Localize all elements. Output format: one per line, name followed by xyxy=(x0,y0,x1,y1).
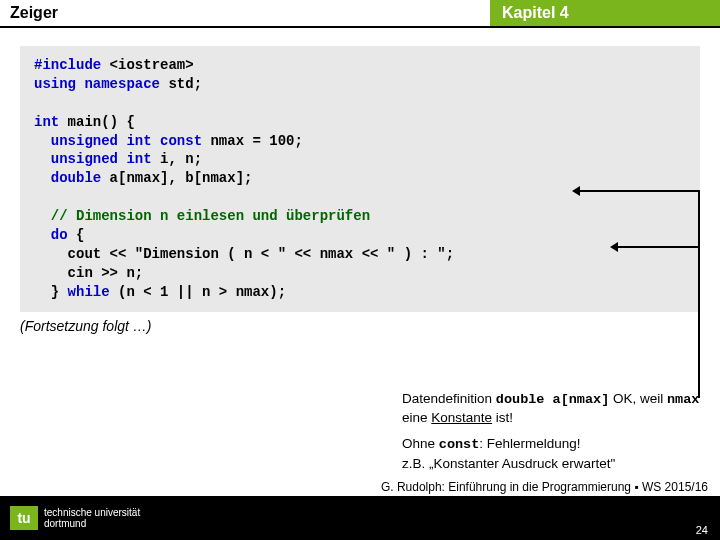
connector-line xyxy=(698,190,700,398)
t: nmax = 100; xyxy=(202,133,303,149)
logo-mark: tu xyxy=(10,506,38,530)
continuation-note: (Fortsetzung folgt …) xyxy=(20,318,700,334)
header-left: Zeiger xyxy=(0,0,490,26)
uni-line1: technische universität xyxy=(44,507,140,518)
kw: unsigned int xyxy=(34,151,152,167)
t: (n < 1 || n > nmax); xyxy=(110,284,286,300)
t: a[nmax], b[nmax]; xyxy=(101,170,252,186)
t: std; xyxy=(160,76,202,92)
underlined: Konstante xyxy=(431,410,492,425)
footer-bar: tu technische universität dortmund 24 xyxy=(0,496,720,540)
t: <iostream> xyxy=(101,57,193,73)
uni-line2: dortmund xyxy=(44,518,86,529)
annotation-box: Datendefinition double a[nmax] OK, weil … xyxy=(402,390,702,481)
credit-text: G. Rudolph: Einführung in die Programmie… xyxy=(381,480,708,494)
comment: // Dimension n einlesen und überprüfen xyxy=(34,208,370,224)
t: cout << "Dimension ( n < " << nmax << " … xyxy=(34,246,454,262)
t: : Fehlermeldung! xyxy=(479,436,580,451)
t: main() { xyxy=(59,114,135,130)
t: ist! xyxy=(492,410,513,425)
kw: #include xyxy=(34,57,101,73)
code-inline: nmax xyxy=(667,392,699,407)
t: } xyxy=(34,284,68,300)
kw: while xyxy=(68,284,110,300)
arrow-icon xyxy=(580,190,698,192)
t: i, n; xyxy=(152,151,202,167)
header-right: Kapitel 4 xyxy=(490,0,720,26)
t: { xyxy=(68,227,85,243)
header-bar: Zeiger Kapitel 4 xyxy=(0,0,720,28)
t: cin >> n; xyxy=(34,265,143,281)
kw: unsigned int const xyxy=(34,133,202,149)
t: eine xyxy=(402,410,431,425)
t: Ohne xyxy=(402,436,439,451)
note-2: Ohne const: Fehlermeldung! z.B. „Konstan… xyxy=(402,435,702,472)
code-inline: double a[nmax] xyxy=(496,392,609,407)
tu-logo: tu technische universität dortmund xyxy=(10,506,140,530)
note-1: Datendefinition double a[nmax] OK, weil … xyxy=(402,390,702,427)
t: z.B. „Konstanter Ausdruck erwartet" xyxy=(402,456,615,471)
kw: do xyxy=(34,227,68,243)
logo-text: technische universität dortmund xyxy=(44,507,140,529)
footer-credit: G. Rudolph: Einführung in die Programmie… xyxy=(381,480,708,494)
kw: using namespace xyxy=(34,76,160,92)
kw: double xyxy=(34,170,101,186)
t: Datendefinition xyxy=(402,391,496,406)
t: OK, weil xyxy=(609,391,667,406)
arrow-icon xyxy=(618,246,698,248)
page-number: 24 xyxy=(696,524,708,536)
kw: int xyxy=(34,114,59,130)
code-inline: const xyxy=(439,437,480,452)
code-block: #include <iostream> using namespace std;… xyxy=(20,46,700,312)
